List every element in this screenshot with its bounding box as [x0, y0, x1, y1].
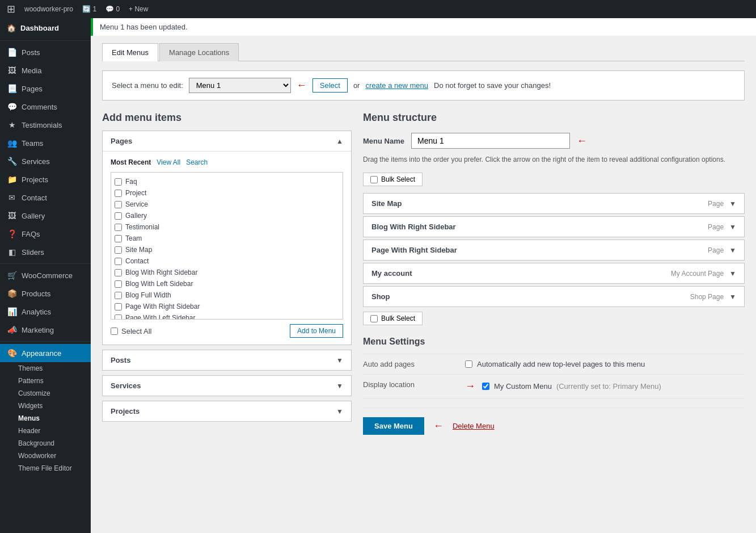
auto-add-label: Auto add pages: [363, 360, 465, 368]
sidebar-item-posts[interactable]: 📄 Posts: [0, 43, 91, 61]
menu-item[interactable]: Blog With Right Sidebar Page ▼: [363, 216, 745, 237]
dashboard-link[interactable]: 🏠 Dashboard: [0, 18, 91, 38]
sidebar-item-teams[interactable]: 👥 Teams: [0, 134, 91, 152]
menu-settings-heading: Menu Settings: [363, 337, 745, 347]
sidebar-sub-theme-file-editor[interactable]: Theme File Editor: [0, 462, 91, 475]
sidebar-item-sliders[interactable]: ◧ Sliders: [0, 243, 91, 261]
sidebar-sub-menus[interactable]: Menus: [0, 412, 91, 425]
menu-name-input[interactable]: [411, 133, 570, 149]
tab-most-recent[interactable]: Most Recent: [111, 158, 151, 166]
menu-item-chevron[interactable]: ▼: [729, 246, 736, 254]
create-new-menu-link[interactable]: create a new menu: [365, 81, 428, 90]
bulk-select-checkbox-bottom[interactable]: [370, 315, 378, 322]
delete-menu-button[interactable]: Delete Menu: [453, 422, 495, 430]
sidebar-sub-woodworker[interactable]: Woodworker: [0, 450, 91, 462]
page-checkbox-blog-left[interactable]: [115, 280, 122, 288]
tab-manage-locations[interactable]: Manage Locations: [159, 43, 239, 61]
sidebar-item-pages[interactable]: 📃 Pages: [0, 79, 91, 98]
display-location-checkbox[interactable]: [482, 383, 489, 390]
right-panel: Menu structure Menu Name ← Drag the item…: [363, 112, 745, 444]
save-row: Save Menu ← Delete Menu: [363, 408, 745, 444]
menu-item-chevron[interactable]: ▼: [729, 223, 736, 231]
menu-item[interactable]: Page With Right Sidebar Page ▼: [363, 240, 745, 261]
list-item: Page With Right Sidebar: [115, 301, 339, 312]
sidebar-item-analytics[interactable]: 📊 Analytics: [0, 303, 91, 321]
tab-view-all[interactable]: View All: [157, 158, 180, 166]
page-checkbox-sitemap[interactable]: [115, 246, 122, 254]
bulk-select-checkbox-top[interactable]: [370, 176, 378, 183]
menu-item-chevron[interactable]: ▼: [729, 200, 736, 208]
services-accordion-header[interactable]: Services ▼: [103, 376, 351, 396]
sidebar-sub-themes[interactable]: Themes: [0, 362, 91, 375]
sidebar-item-products[interactable]: 📦 Products: [0, 284, 91, 303]
save-menu-button[interactable]: Save Menu: [363, 417, 424, 435]
menu-item[interactable]: My account My Account Page ▼: [363, 263, 745, 284]
sidebar-item-marketing[interactable]: 📣 Marketing: [0, 321, 91, 339]
menu-item-chevron[interactable]: ▼: [729, 270, 736, 278]
page-checkbox-contact[interactable]: [115, 258, 122, 265]
sidebar-sub-widgets[interactable]: Widgets: [0, 400, 91, 412]
sidebar-item-contact[interactable]: ✉ Contact: [0, 188, 91, 207]
updates-icon[interactable]: 🔄 1: [82, 5, 96, 13]
posts-accordion-header[interactable]: Posts ▼: [103, 350, 351, 370]
menu-item[interactable]: Site Map Page ▼: [363, 193, 745, 214]
sidebar-item-testimonials[interactable]: ★ Testimonials: [0, 116, 91, 134]
analytics-icon: 📊: [7, 307, 17, 316]
page-checkbox-service[interactable]: [115, 201, 122, 208]
menu-name-label: Menu Name: [363, 137, 404, 145]
page-checkbox-team[interactable]: [115, 235, 122, 242]
menu-select-dropdown[interactable]: Menu 1: [189, 78, 291, 93]
list-item: Testimonial: [115, 221, 339, 233]
projects-accordion-header[interactable]: Projects ▼: [103, 401, 351, 421]
page-checkbox-gallery[interactable]: [115, 212, 122, 220]
sidebar-sub-background[interactable]: Background: [0, 437, 91, 450]
or-text: or: [353, 81, 360, 90]
wp-logo-icon[interactable]: ⊞: [7, 3, 15, 15]
menu-settings: Menu Settings Auto add pages Automatical…: [363, 337, 745, 398]
menu-item-chevron[interactable]: ▼: [729, 293, 736, 301]
dashboard-icon: 🏠: [7, 24, 16, 32]
sidebar-item-comments[interactable]: 💬 Comments: [0, 98, 91, 116]
testimonials-icon: ★: [7, 120, 17, 129]
services-chevron: ▼: [336, 382, 343, 390]
sidebar-item-gallery[interactable]: 🖼 Gallery: [0, 207, 91, 225]
page-checkbox-page-right[interactable]: [115, 303, 122, 310]
pages-accordion-header[interactable]: Pages ▲: [103, 131, 351, 151]
new-content-btn[interactable]: + New: [129, 5, 148, 13]
page-checkbox-faq[interactable]: [115, 178, 122, 186]
select-button[interactable]: Select: [312, 78, 348, 93]
list-item: Team: [115, 233, 339, 244]
sidebar-item-appearance[interactable]: 🎨 Appearance: [0, 344, 91, 362]
select-all-checkbox[interactable]: [111, 328, 118, 335]
services-icon: 🔧: [7, 157, 17, 166]
page-checkbox-page-left[interactable]: [115, 314, 122, 320]
page-checkbox-blog-full[interactable]: [115, 292, 122, 299]
add-to-menu-button[interactable]: Add to Menu: [290, 324, 343, 338]
sidebar-sub-patterns[interactable]: Patterns: [0, 375, 91, 387]
sidebar-item-services[interactable]: 🔧 Services: [0, 152, 91, 170]
menu-item[interactable]: Shop Shop Page ▼: [363, 286, 745, 307]
site-name[interactable]: woodworker-pro: [24, 5, 73, 13]
comments-icon[interactable]: 💬 0: [105, 5, 120, 13]
page-checkbox-testimonial[interactable]: [115, 224, 122, 231]
tab-search[interactable]: Search: [186, 158, 208, 166]
page-checkbox-project[interactable]: [115, 190, 122, 197]
posts-accordion-title: Posts: [111, 356, 130, 364]
auto-add-row: Auto add pages Automatically add new top…: [363, 354, 745, 375]
sidebar-sub-customize[interactable]: Customize: [0, 387, 91, 400]
page-checkbox-blog-right[interactable]: [115, 269, 122, 276]
sidebar-item-projects[interactable]: 📁 Projects: [0, 170, 91, 188]
bulk-select-bottom: Bulk Select: [363, 312, 745, 325]
sidebar-item-faqs[interactable]: ❓ FAQs: [0, 225, 91, 243]
sidebar-sub-header[interactable]: Header: [0, 425, 91, 437]
bulk-select-button-top[interactable]: Bulk Select: [363, 173, 423, 186]
red-arrow-menu-name: ←: [577, 135, 587, 147]
tab-edit-menus[interactable]: Edit Menus: [102, 43, 158, 61]
sidebar-item-media[interactable]: 🖼 Media: [0, 61, 91, 79]
auto-add-checkbox[interactable]: [465, 360, 472, 368]
menu-edit-layout: Add menu items Pages ▲ Most Recent View …: [102, 112, 745, 444]
sidebar-item-woocommerce[interactable]: 🛒 WooCommerce: [0, 266, 91, 284]
posts-icon: 📄: [7, 48, 17, 57]
pages-icon: 📃: [7, 84, 17, 93]
bulk-select-button-bottom[interactable]: Bulk Select: [363, 312, 423, 325]
